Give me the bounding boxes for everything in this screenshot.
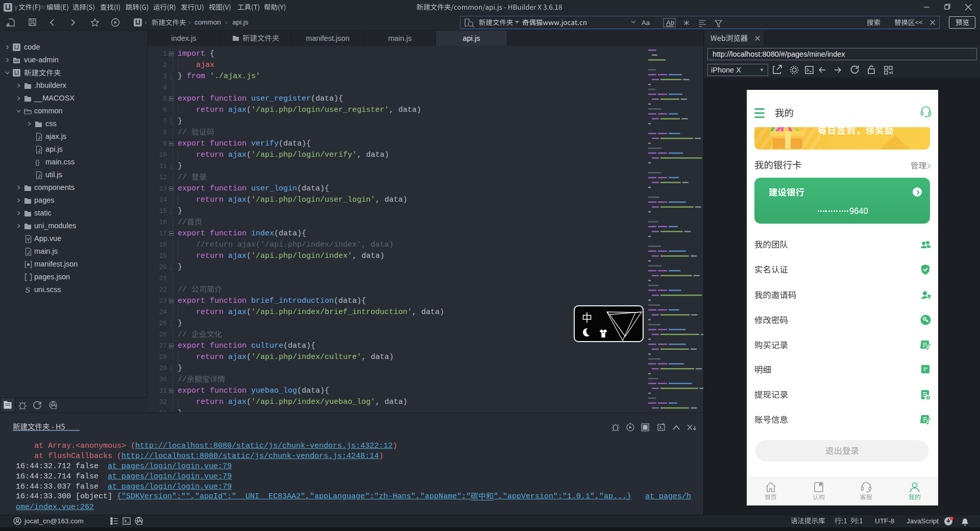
svg-text:Aa: Aa <box>642 19 650 27</box>
svg-text:Ab: Ab <box>666 19 674 27</box>
